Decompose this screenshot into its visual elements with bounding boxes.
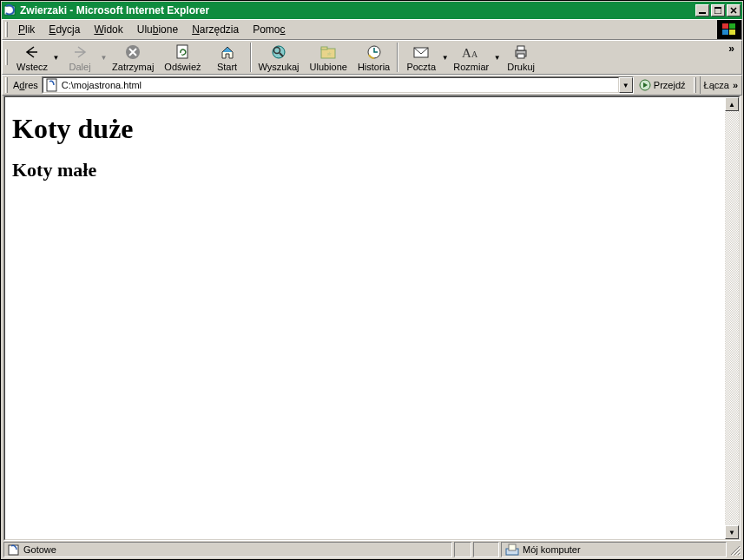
svg-text:A: A — [462, 46, 471, 59]
ie-icon — [3, 3, 17, 17]
content-area: Koty duże Koty małe ▲ ▼ — [3, 96, 741, 541]
refresh-button[interactable]: Odśwież — [159, 41, 206, 74]
grip-icon — [694, 77, 696, 93]
page-viewport: Koty duże Koty małe — [5, 97, 725, 539]
close-button[interactable] — [727, 4, 741, 16]
svg-rect-3 — [714, 7, 721, 9]
svg-rect-13 — [321, 47, 327, 49]
address-bar: Adres C:\mojastrona.html ▼ Przejdź Łącza… — [2, 75, 742, 96]
page-heading-1: Koty duże — [12, 113, 718, 145]
home-button[interactable]: Start — [207, 41, 248, 74]
status-ready: Gotowe — [3, 542, 452, 557]
menu-favorites[interactable]: Ulubione — [130, 21, 185, 38]
size-button[interactable]: AA Rozmiar — [448, 41, 494, 74]
scroll-up-button[interactable]: ▲ — [725, 97, 739, 111]
toolbar: Wstecz ▼ Dalej ▼ Zatrzymaj Odśwież Start… — [2, 40, 742, 75]
grip-icon — [5, 22, 8, 37]
go-button[interactable]: Przejdź — [634, 76, 691, 94]
forward-button[interactable]: Dalej — [59, 41, 101, 74]
svg-rect-19 — [517, 46, 524, 50]
forward-arrow-icon — [71, 43, 89, 61]
address-dropdown[interactable]: ▼ — [619, 77, 633, 93]
svg-rect-20 — [517, 54, 524, 58]
menu-edit[interactable]: Edycja — [42, 21, 87, 38]
svg-rect-25 — [509, 544, 516, 550]
svg-rect-1 — [699, 12, 706, 14]
search-button[interactable]: Wyszukaj — [253, 41, 305, 74]
status-cell-1 — [454, 542, 471, 557]
menu-file[interactable]: Plik — [11, 21, 42, 38]
separator-icon — [397, 43, 398, 72]
favorites-icon — [319, 43, 337, 61]
size-dropdown[interactable]: ▼ — [494, 41, 500, 74]
minimize-button[interactable] — [695, 4, 709, 16]
title-bar: Zwierzaki - Microsoft Internet Explorer — [2, 2, 742, 19]
back-button[interactable]: Wstecz — [11, 41, 53, 74]
page-heading-2: Koty małe — [12, 159, 718, 181]
address-label: Adres — [11, 80, 42, 90]
mail-dropdown[interactable]: ▼ — [442, 41, 448, 74]
resize-grip-icon[interactable] — [728, 542, 742, 557]
svg-rect-5 — [729, 23, 735, 29]
window-title: Zwierzaki - Microsoft Internet Explorer — [20, 4, 694, 16]
status-zone: Mój komputer — [501, 542, 727, 557]
stop-icon — [125, 43, 141, 61]
svg-text:A: A — [471, 49, 478, 59]
mail-button[interactable]: Poczta — [400, 41, 442, 74]
refresh-icon — [175, 43, 189, 61]
status-bar: Gotowe Mój komputer — [2, 541, 742, 558]
vertical-scrollbar[interactable]: ▲ ▼ — [725, 97, 739, 539]
brand-logo — [717, 20, 741, 39]
address-input[interactable]: C:\mojastrona.html — [62, 80, 618, 90]
forward-dropdown[interactable]: ▼ — [101, 41, 107, 74]
links-bar[interactable]: Łącza » — [700, 76, 741, 94]
address-combobox[interactable]: C:\mojastrona.html ▼ — [42, 76, 634, 94]
menu-help[interactable]: Pomoc — [246, 21, 292, 38]
back-dropdown[interactable]: ▼ — [53, 41, 59, 74]
svg-rect-4 — [722, 23, 728, 29]
status-cell-2 — [473, 542, 499, 557]
stop-button[interactable]: Zatrzymaj — [107, 41, 159, 74]
maximize-button[interactable] — [711, 4, 725, 16]
print-button[interactable]: Drukuj — [500, 41, 542, 74]
favorites-button[interactable]: Ulubione — [305, 41, 352, 74]
page-icon — [45, 78, 59, 92]
scroll-down-button[interactable]: ▼ — [725, 525, 739, 539]
separator-icon — [250, 43, 252, 72]
menu-tools[interactable]: Narzędzia — [185, 21, 246, 38]
grip-icon — [5, 49, 8, 65]
font-size-icon: AA — [462, 43, 481, 61]
svg-rect-6 — [722, 30, 728, 35]
svg-rect-7 — [729, 30, 735, 35]
back-arrow-icon — [23, 43, 41, 61]
print-icon — [513, 43, 529, 61]
grip-icon — [5, 77, 8, 93]
svg-rect-23 — [9, 545, 18, 555]
menu-bar: Plik Edycja Widok Ulubione Narzędzia Pom… — [2, 19, 742, 40]
scroll-track[interactable] — [725, 111, 739, 525]
browser-window: Zwierzaki - Microsoft Internet Explorer … — [1, 1, 743, 559]
search-icon — [271, 43, 286, 61]
toolbar-overflow[interactable]: » — [725, 43, 738, 55]
history-button[interactable]: Historia — [352, 41, 395, 74]
mail-icon — [412, 43, 430, 61]
history-icon — [366, 43, 382, 61]
home-icon — [220, 43, 235, 61]
menu-view[interactable]: Widok — [87, 21, 129, 38]
